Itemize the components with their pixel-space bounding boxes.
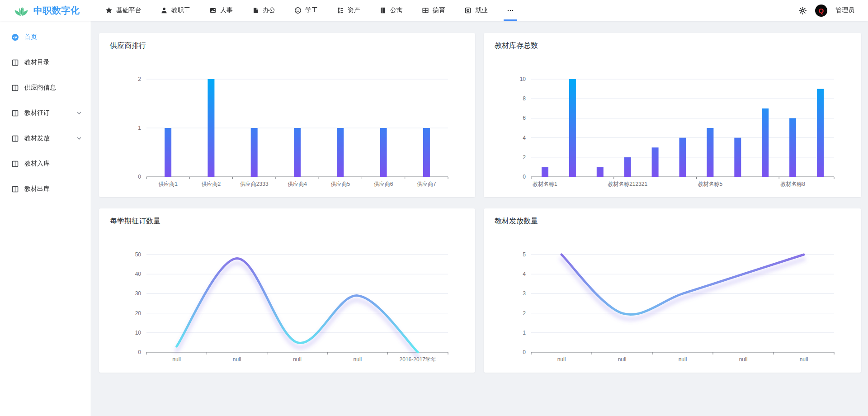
nav-item-label: 人事 <box>220 6 233 14</box>
office-icon <box>252 7 259 14</box>
dashboard-cards: 供应商排行012供应商1供应商2供应商2333供应商4供应商5供应商6供应商7教… <box>99 33 861 373</box>
svg-text:8: 8 <box>523 95 526 102</box>
svg-text:40: 40 <box>135 271 142 277</box>
svg-text:教材名称8: 教材名称8 <box>780 181 805 187</box>
svg-text:2: 2 <box>138 76 141 82</box>
nav-item-moral-education[interactable]: 德育 <box>412 0 455 21</box>
sidebar-item-label: 教材征订 <box>24 109 50 117</box>
svg-text:6: 6 <box>523 115 526 121</box>
nav-item-label: 基础平台 <box>116 6 142 14</box>
svg-text:null: null <box>293 356 302 363</box>
svg-text:4: 4 <box>523 135 526 141</box>
sidebar-item-textbook-outbound[interactable]: 教材出库 <box>0 176 90 202</box>
apartment-icon <box>379 7 387 14</box>
app-logo-icon <box>14 5 29 16</box>
svg-text:null: null <box>618 356 627 363</box>
chart-title: 供应商排行 <box>110 41 146 51</box>
avatar[interactable]: Q <box>815 5 827 17</box>
sidebar-item-textbook-distribution[interactable]: 教材发放 <box>0 126 90 151</box>
top-navbar: 中职数字化 基础平台教职工人事办公学工资产公寓德育就业 Q 管理员 <box>0 0 868 21</box>
svg-text:教材名称5: 教材名称5 <box>698 181 723 187</box>
nav-item-employment[interactable]: 就业 <box>455 0 497 21</box>
hr-icon <box>209 7 217 14</box>
book-icon <box>11 185 19 193</box>
employment-icon <box>464 7 472 14</box>
sidebar-item-textbook-subscription[interactable]: 教材征订 <box>0 100 90 126</box>
nav-item-assets[interactable]: 资产 <box>327 0 370 21</box>
moral-icon <box>422 7 429 14</box>
svg-text:供应商5: 供应商5 <box>330 181 350 187</box>
chart-card-3: 每学期征订数量01020304050nullnullnullnull2016-2… <box>99 208 475 373</box>
nav-item-staff[interactable]: 教职工 <box>151 0 200 21</box>
sidebar: 首页教材目录供应商信息教材征订教材发放教材入库教材出库 <box>0 21 90 416</box>
svg-text:供应商6: 供应商6 <box>374 181 393 187</box>
sidebar-item-label: 教材出库 <box>24 185 50 193</box>
sidebar-item-supplier-info[interactable]: 供应商信息 <box>0 75 90 100</box>
brand: 中职数字化 <box>0 5 96 17</box>
main-content: 供应商排行012供应商1供应商2供应商2333供应商4供应商5供应商6供应商7教… <box>91 21 868 416</box>
app-title: 中职数字化 <box>33 5 80 17</box>
svg-text:3: 3 <box>523 290 526 297</box>
svg-text:1: 1 <box>138 125 141 131</box>
sidebar-item-label: 教材入库 <box>24 160 50 168</box>
sidebar-item-label: 教材发放 <box>24 134 50 142</box>
svg-text:null: null <box>739 356 748 363</box>
dashboard-icon <box>11 33 19 41</box>
gear-icon[interactable] <box>798 6 807 15</box>
chart-title: 每学期征订数量 <box>110 217 160 226</box>
chart-card-2: 教材库存总数0246810教材名称1教材名称212321教材名称5教材名称8 <box>484 33 861 197</box>
nav-item-basic-platform[interactable]: 基础平台 <box>96 0 151 21</box>
nav-item-student-affairs[interactable]: 学工 <box>285 0 327 21</box>
asset-icon <box>337 7 344 14</box>
nav-item-label: 教职工 <box>171 6 190 14</box>
svg-text:5: 5 <box>523 251 526 258</box>
sidebar-item-textbook-catalog[interactable]: 教材目录 <box>0 50 90 75</box>
svg-text:0: 0 <box>138 174 141 180</box>
svg-text:供应商4: 供应商4 <box>288 181 307 187</box>
nav-item-more[interactable] <box>497 0 524 21</box>
bar-chart: 012供应商1供应商2供应商2333供应商4供应商5供应商6供应商7 <box>99 58 475 194</box>
sidebar-item-label: 供应商信息 <box>24 84 56 92</box>
svg-text:2: 2 <box>523 154 526 161</box>
svg-text:教材名称212321: 教材名称212321 <box>608 181 647 187</box>
topnav-right: Q 管理员 <box>798 5 868 17</box>
book-icon <box>11 135 19 142</box>
nav-item-office[interactable]: 办公 <box>242 0 285 21</box>
chart-title: 教材发放数量 <box>495 217 538 226</box>
svg-text:10: 10 <box>520 76 526 82</box>
nav-item-label: 公寓 <box>390 6 403 14</box>
chart-title: 教材库存总数 <box>495 41 538 51</box>
svg-text:供应商1: 供应商1 <box>158 181 178 187</box>
svg-text:4: 4 <box>523 271 526 277</box>
sidebar-item-label: 首页 <box>24 33 37 41</box>
book-icon <box>11 109 19 117</box>
sidebar-item-label: 教材目录 <box>24 58 50 66</box>
sidebar-item-home[interactable]: 首页 <box>0 24 90 50</box>
svg-text:0: 0 <box>138 349 141 355</box>
more-icon <box>507 7 514 14</box>
svg-text:供应商2333: 供应商2333 <box>240 181 269 187</box>
svg-text:50: 50 <box>135 251 142 258</box>
nav-item-apartment[interactable]: 公寓 <box>370 0 412 21</box>
chart-card-4: 教材发放数量012345nullnullnullnullnull <box>484 208 861 373</box>
svg-text:供应商7: 供应商7 <box>417 181 436 187</box>
topnav-items: 基础平台教职工人事办公学工资产公寓德育就业 <box>96 0 524 21</box>
book-icon <box>11 160 19 168</box>
sidebar-item-textbook-inbound[interactable]: 教材入库 <box>0 151 90 176</box>
nav-item-label: 德育 <box>433 6 445 14</box>
svg-text:1: 1 <box>523 330 526 336</box>
svg-text:null: null <box>679 356 687 363</box>
student-icon <box>294 7 302 14</box>
book-icon <box>11 84 19 92</box>
nav-item-label: 资产 <box>348 6 360 14</box>
nav-item-label: 办公 <box>263 6 275 14</box>
svg-text:null: null <box>233 356 241 363</box>
line-chart: 01020304050nullnullnullnull2016-2017学年 <box>99 234 475 369</box>
nav-item-hr[interactable]: 人事 <box>200 0 242 21</box>
svg-text:20: 20 <box>135 310 142 317</box>
svg-text:30: 30 <box>135 290 142 297</box>
staff-icon <box>160 7 168 14</box>
user-name[interactable]: 管理员 <box>835 6 854 14</box>
line-chart: 012345nullnullnullnullnull <box>484 234 861 369</box>
svg-text:供应商2: 供应商2 <box>202 181 221 187</box>
